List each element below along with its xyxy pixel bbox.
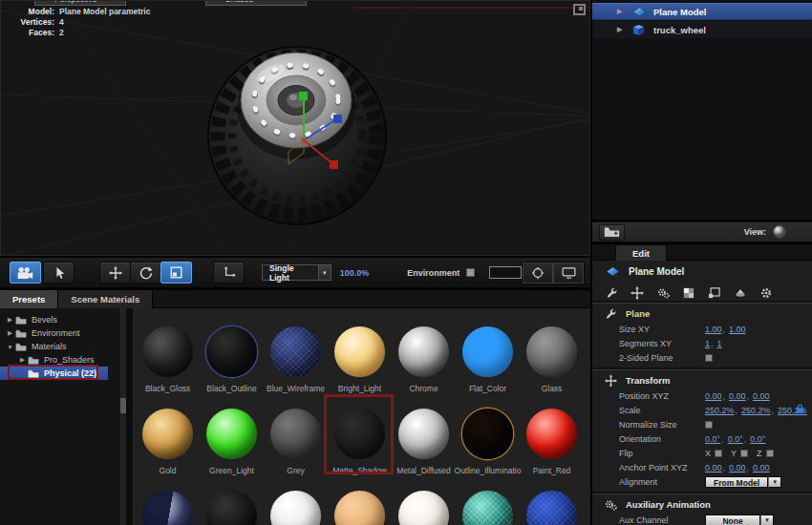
value-link[interactable]: 0.0° [750,434,765,444]
expand-arrow-icon[interactable]: ▶ [617,26,632,33]
material-gold[interactable]: Gold [136,400,200,482]
axis-tool-button[interactable] [213,262,245,284]
material-black-outline[interactable]: Black_Outline [200,318,264,400]
expand-arrow-icon[interactable]: ▶ [617,8,632,15]
material-metal-diffused[interactable]: Metal_Diffused [392,400,456,482]
checkbox[interactable] [705,421,713,429]
material-paint-red[interactable]: Paint_Red [520,400,584,482]
plane-tool-button[interactable] [160,262,192,284]
material-unlabeled[interactable] [200,482,264,525]
value-link[interactable]: 1.00 [705,325,722,334]
light-mode-dropdown[interactable]: Single Light ▼ [262,264,331,281]
add-folder-button[interactable] [599,224,625,241]
material-unlabeled[interactable] [136,482,200,525]
chevron-down-icon[interactable]: ▼ [760,514,774,525]
material-sphere [206,326,257,377]
move-icon [605,374,617,388]
chevron-down-icon[interactable]: ▼ [318,265,331,280]
value-link[interactable]: 1 [717,339,722,348]
gizmo-x-handle[interactable] [330,160,338,169]
shading-mode-dropdown[interactable]: Shaded [205,1,307,6]
move-tool-button[interactable] [99,262,131,284]
material-unlabeled[interactable] [520,482,584,525]
viewport-canvas[interactable] [1,1,590,256]
move-icon[interactable] [630,286,644,300]
value-link[interactable]: 0.00 [705,463,722,472]
dropdown-aux-channel[interactable]: None [705,514,760,525]
screen-button[interactable] [553,262,584,284]
view-angle-dropdown[interactable]: Perspective [34,1,126,6]
material-chrome[interactable]: Chrome [392,318,456,400]
gear-icon[interactable] [760,287,772,299]
truck-wheel-model[interactable] [208,47,386,224]
material-grey[interactable]: Grey [264,400,328,482]
lock-icon[interactable] [796,404,804,414]
tree-item-bevels[interactable]: ▶Bevels [0,313,118,326]
material-flat-color[interactable]: Flat_Color [456,318,520,400]
expand-viewport-icon[interactable] [573,4,586,15]
material-outline-illuminatio[interactable]: Outline_Illuminatio [456,400,520,482]
cursor-tool-button[interactable] [43,262,75,284]
scene-item-truck-wheel[interactable]: ▶truck_wheel [592,21,812,38]
flip-checkbox-z[interactable] [766,450,774,457]
tab-presets[interactable]: Presets [0,290,58,308]
material-unlabeled[interactable] [456,482,520,525]
section-header[interactable]: Plane [592,305,812,322]
gizmo-z-handle[interactable] [333,115,342,123]
material-green-light[interactable]: Green_Light [200,400,264,482]
value-link[interactable]: 0.00 [705,391,722,401]
tree-item-physical-22[interactable]: ▶Physical (22) [0,367,108,380]
section-header[interactable]: Auxiliary Animation [592,496,812,513]
gears-icon[interactable] [657,287,670,299]
property-label: Anchor Point XYZ [619,463,688,472]
layers-icon[interactable] [708,287,720,299]
value-link[interactable]: 0.00 [729,391,746,401]
camera-tool-button[interactable] [10,262,41,284]
tree-arrow-icon[interactable]: ▶ [17,356,28,364]
wrench-icon[interactable] [607,287,617,298]
material-unlabeled[interactable] [328,482,392,525]
dropdown-alignment[interactable]: From Model [705,476,768,488]
material-bright-light[interactable]: Bright_Light [328,318,392,400]
tree-arrow-icon[interactable]: ▼ [5,344,15,350]
tab-scene-materials[interactable]: Scene Materials [58,290,153,308]
rotate-tool-button[interactable] [130,262,161,284]
bevel-icon[interactable] [734,287,747,298]
chevron-down-icon[interactable]: ▼ [768,476,781,488]
tree-item-materials[interactable]: ▼Materials [0,340,118,353]
material-glass[interactable]: Glass [520,318,584,400]
value-link[interactable]: 0.00 [729,463,746,472]
environment-swatch[interactable] [489,266,522,279]
material-unlabeled[interactable] [264,482,328,525]
value-link[interactable]: 1.00 [729,325,746,334]
material-unlabeled[interactable] [392,482,456,525]
viewport-3d[interactable]: Perspective Shaded Model:Plane Model par… [0,0,590,256]
tree-scrollbar[interactable] [118,308,126,525]
value-link[interactable]: 250.2% [741,406,771,415]
value-link[interactable]: 0.0° [728,434,743,444]
tree-item-environment[interactable]: ▶Environment [0,326,118,340]
section-header[interactable]: Transform [592,372,812,388]
value-link[interactable]: 0.0° [705,434,720,444]
value-link[interactable]: 0.00 [753,463,770,472]
texture-icon[interactable] [683,287,694,299]
environment-checkbox[interactable] [466,268,474,277]
value-link[interactable]: 0.00 [753,391,770,401]
scene-item-plane-model[interactable]: ▶Plane Model [592,3,812,20]
flip-checkbox-x[interactable] [715,450,722,457]
checkbox[interactable] [705,354,713,362]
tree-item-pro-shaders[interactable]: ▶Pro_Shaders [0,353,118,367]
tree-arrow-icon[interactable]: ▶ [5,316,15,324]
target-button[interactable] [523,262,553,284]
value-link[interactable]: 250.2% [705,406,735,415]
view-mode-sphere-icon[interactable] [773,225,786,239]
tab-edit[interactable]: Edit [615,244,667,261]
value-link[interactable]: 1 [705,339,710,348]
material-blue-wireframe[interactable]: Blue_Wireframe [264,318,328,400]
flip-checkbox-y[interactable] [740,450,748,457]
zoom-level[interactable]: 100.0% [340,268,370,278]
material-black-gloss[interactable]: Black_Gloss [136,318,200,400]
tree-arrow-icon[interactable]: ▶ [5,329,15,337]
gizmo-y-handle[interactable] [299,92,308,100]
material-matte-shadow[interactable]: Matte_Shadow [328,400,392,482]
